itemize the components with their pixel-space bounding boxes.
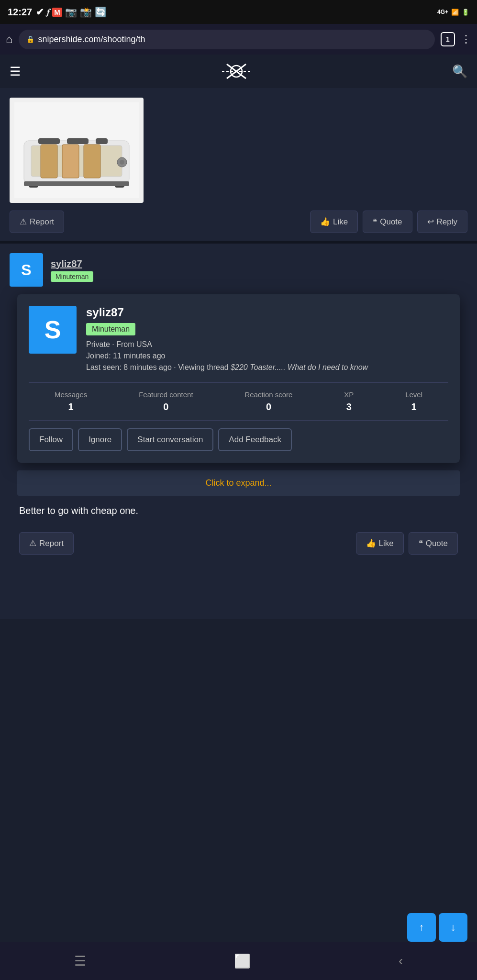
user-badge-small: Minuteman	[51, 271, 93, 282]
facebook-icon: 𝑓	[47, 7, 49, 17]
bottom-report-button[interactable]: ⚠ Report	[19, 532, 74, 555]
start-conversation-button[interactable]: Start conversation	[127, 428, 213, 451]
scroll-up-button[interactable]: ↑	[407, 913, 436, 942]
tab-badge[interactable]: 1	[441, 32, 455, 46]
like-button[interactable]: 👍 Like	[310, 211, 358, 233]
popup-joined: Joined: 11 minutes ago	[86, 352, 448, 360]
popup-badge: Minuteman	[86, 323, 135, 335]
stat-messages-label: Messages	[55, 390, 87, 399]
popup-user-info: syliz87 Minuteman Private · From USA Joi…	[86, 306, 448, 375]
report-button[interactable]: ⚠ Report	[10, 211, 64, 233]
popup-rank-location: Private · From USA	[86, 340, 448, 349]
click-expand[interactable]: Click to expand...	[17, 470, 460, 496]
post-image-area	[0, 88, 477, 203]
stat-featured-value: 0	[139, 401, 193, 412]
popup-user-header: S syliz87 Minuteman Private · From USA J…	[29, 306, 448, 375]
ignore-button[interactable]: Ignore	[78, 428, 122, 451]
search-icon[interactable]: 🔍	[452, 64, 467, 79]
stat-reaction-value: 0	[244, 401, 292, 412]
lock-icon: 🔒	[26, 35, 34, 43]
follow-button[interactable]: Follow	[29, 428, 73, 451]
popup-avatar: S	[29, 306, 77, 354]
browser-menu-icon[interactable]: ⋮	[461, 33, 471, 45]
stat-reaction-label: Reaction score	[244, 390, 292, 399]
stat-messages: Messages 1	[55, 390, 87, 412]
stat-xp-label: XP	[344, 390, 354, 399]
url-bar[interactable]: 🔒 snipershide.com/shooting/th	[19, 30, 435, 49]
bottom-report-icon: ⚠	[29, 538, 36, 548]
bottom-action-buttons: ⚠ Report 👍 Like ❝ Quote	[10, 525, 467, 561]
svg-rect-11	[67, 138, 89, 144]
like-icon: 👍	[320, 217, 330, 227]
status-icons: ✔ 𝑓 M 📷 📸 🔄	[36, 6, 107, 18]
reply-icon: ↩	[427, 217, 434, 227]
status-time: 12:27	[8, 7, 32, 18]
report-icon: ⚠	[20, 217, 27, 227]
post-text: Better to go with cheap one.	[19, 505, 138, 516]
url-text: snipershide.com/shooting/th	[38, 34, 428, 45]
popup-thread-link[interactable]: $220 Toaster..... What do I need to know	[231, 363, 368, 371]
verified-icon: ✔	[36, 6, 44, 18]
svg-rect-8	[62, 145, 79, 178]
scroll-down-button[interactable]: ↓	[439, 913, 467, 942]
stats-divider-bottom	[29, 420, 448, 421]
bottom-action-buttons-right: 👍 Like ❝ Quote	[356, 532, 458, 555]
stats-row: Messages 1 Featured content 0 Reaction s…	[29, 390, 448, 412]
stat-messages-value: 1	[55, 401, 87, 412]
network-badge: 4G+	[437, 9, 448, 15]
bottom-nav: ☰ ⬜ ‹	[0, 942, 477, 980]
quote-button[interactable]: ❝ Quote	[363, 211, 412, 233]
instagram-icon2: 📸	[80, 6, 92, 18]
user-info-brief: syliz87 Minuteman	[51, 258, 93, 282]
user-post-section: S syliz87 Minuteman S syliz87 Minuteman …	[0, 244, 477, 571]
svg-rect-7	[41, 145, 57, 178]
bottom-quote-icon: ❝	[419, 538, 423, 548]
action-buttons-right: 👍 Like ❝ Quote ↩ Reply	[310, 211, 467, 233]
click-expand-text: Click to expand...	[205, 478, 271, 488]
popup-action-buttons: Follow Ignore Start conversation Add Fee…	[29, 428, 448, 451]
nav-home-icon[interactable]: ⬜	[234, 953, 251, 969]
nav-menu-icon[interactable]: ☰	[74, 953, 86, 969]
user-header: S syliz87 Minuteman	[10, 253, 467, 287]
user-popup-card: S syliz87 Minuteman Private · From USA J…	[17, 294, 460, 463]
svg-rect-10	[38, 138, 60, 144]
stat-level-label: Level	[405, 390, 422, 399]
bottom-quote-button[interactable]: ❝ Quote	[409, 532, 458, 555]
signal-icon: 📶	[451, 9, 459, 16]
content-area: ⚠ Report 👍 Like ❝ Quote ↩ Reply S	[0, 88, 477, 619]
stat-featured-label: Featured content	[139, 390, 193, 399]
post-content: Better to go with cheap one.	[10, 503, 467, 525]
home-icon[interactable]: ⌂	[6, 33, 13, 46]
popup-last-seen: Last seen: 8 minutes ago · Viewing threa…	[86, 363, 448, 372]
quote-icon: ❝	[373, 217, 377, 227]
status-right: 4G+ 📶 🔋	[437, 9, 469, 16]
svg-point-14	[120, 160, 124, 165]
bottom-like-icon: 👍	[366, 538, 376, 548]
stat-xp-value: 3	[344, 401, 354, 412]
browser-bar: ⌂ 🔒 snipershide.com/shooting/th 1 ⋮	[0, 24, 477, 55]
action-buttons-row: ⚠ Report 👍 Like ❝ Quote ↩ Reply	[0, 203, 477, 241]
gmail-icon: M	[52, 8, 62, 17]
stats-divider	[29, 382, 448, 383]
stat-xp: XP 3	[344, 390, 354, 412]
arrow-down-icon: ↓	[451, 921, 456, 934]
svg-rect-9	[84, 145, 100, 178]
bottom-like-button[interactable]: 👍 Like	[356, 532, 404, 555]
stat-reaction: Reaction score 0	[244, 390, 292, 412]
username-link[interactable]: syliz87	[51, 258, 93, 269]
svg-rect-17	[24, 181, 129, 186]
reply-button[interactable]: ↩ Reply	[417, 211, 467, 233]
hamburger-icon[interactable]: ☰	[10, 64, 21, 79]
stat-level-value: 1	[405, 401, 422, 412]
arrow-up-icon: ↑	[419, 921, 424, 934]
avatar: S	[10, 253, 43, 287]
stat-featured: Featured content 0	[139, 390, 193, 412]
add-feedback-button[interactable]: Add Feedback	[218, 428, 292, 451]
nav-bar: ☰ 🔍	[0, 55, 477, 88]
svg-rect-12	[96, 138, 108, 144]
popup-username[interactable]: syliz87	[86, 306, 448, 319]
refresh-icon: 🔄	[95, 6, 107, 18]
nav-back-icon[interactable]: ‹	[399, 953, 403, 969]
stat-level: Level 1	[405, 390, 422, 412]
site-logo	[222, 59, 251, 83]
